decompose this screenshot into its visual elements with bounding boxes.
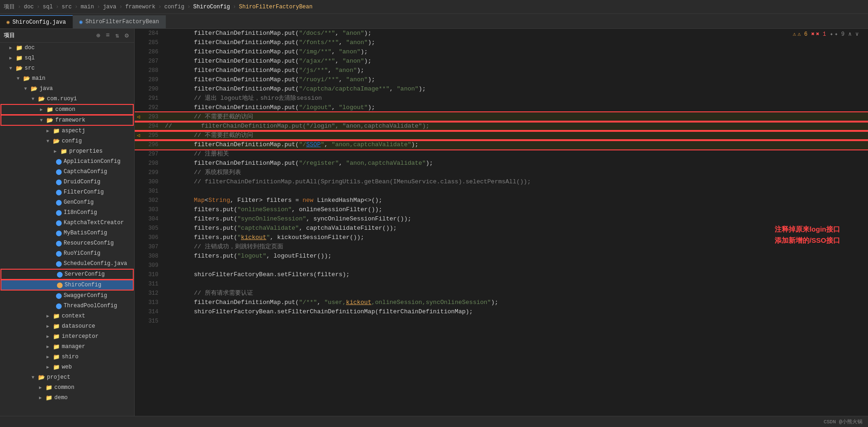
tree-item-druidconfig[interactable]: ⬤ DruidConfig [0,177,134,187]
editor-badges: ⚠ ⚠ 6 ✖ ✖ 1 ✦ ✦ 9 ∧ ∨ [793,31,859,38]
tree-item-common2[interactable]: ▶ 📁 common [0,382,134,393]
tree-item-project[interactable]: ▼ 📂 project [0,372,134,382]
tree-item-datasource[interactable]: ▶ 📁 datasource [0,321,134,331]
tree-label-filterconfig: FilterConfig [64,189,104,195]
breadcrumb-main[interactable]: main [81,4,94,10]
tree-item-context[interactable]: ▶ 📁 context [0,311,134,321]
tree-item-ruoyiconfig[interactable]: ⬤ RuoYiConfig [0,248,134,259]
folder-icon: 📁 [46,384,52,391]
tree-item-serverconfig[interactable]: ⬤ ServerConfig [1,269,133,279]
tree-label-i18nconfig: I18nConfig [64,209,97,216]
sidebar-action-collapse[interactable]: ≡ [104,31,111,40]
linecontent-284[interactable]: filterChainDefinitionMap.put("/docs/**",… [163,29,868,38]
tree-label-druidconfig: DruidConfig [64,179,100,185]
tree-label-aspectj: aspectj [62,128,85,134]
breadcrumb-src[interactable]: src [62,4,72,10]
sidebar-action-expand[interactable]: ⊕ [94,31,102,40]
tree-item-web[interactable]: ▶ 📁 web [0,362,134,372]
folder-icon: 📁 [53,364,60,371]
tree-item-interceptor[interactable]: ▶ 📁 interceptor [0,331,134,342]
tree-item-src[interactable]: ▼ 📂 src [0,63,134,73]
code-line-302: 302 Map<String, Filter> filters = new Li… [135,196,868,205]
sidebar-actions: ⊕ ≡ ⇅ ⚙ [94,31,131,40]
folder-open-icon: 📂 [46,117,53,124]
breadcrumb-config[interactable]: config [164,4,184,10]
tree-item-resourcesconfig[interactable]: ⬤ ResourcesConfig [0,238,134,248]
tree-item-i18nconfig[interactable]: ⬤ I18nConfig [0,207,134,218]
tree-label-sql: sql [25,55,35,61]
tree-item-captchaconfig[interactable]: ⬤ CaptchaConfig [0,167,134,177]
tree-item-doc[interactable]: ▶ 📁 doc [0,43,134,53]
java-file-icon: ⬤ [56,303,62,310]
code-line-303: 303 filters.put("onlineSession", onlineS… [135,205,868,214]
breadcrumb-java[interactable]: java [103,4,117,10]
tree-label-shiro: shiro [62,354,78,360]
breadcrumb-sql[interactable]: sql [43,4,53,10]
tree-label-kaptcha: KaptchaTextCreator [64,220,124,226]
hint-badge: ✦ ✦ 9 [830,31,845,38]
breadcrumb-framework[interactable]: framework [125,4,156,10]
tree-item-threadpoolconfig[interactable]: ⬤ ThreadPoolConfig [0,301,134,311]
tree-item-framework[interactable]: ▼ 📂 framework [1,115,133,125]
sidebar-action-settings[interactable]: ⚙ [123,31,131,40]
tree-item-com-ruoyi[interactable]: ▼ 📂 com.ruoyi [0,94,134,104]
breadcrumb-project[interactable]: 项目 [4,3,15,11]
tree-item-aspectj[interactable]: ▶ 📁 aspectj [0,126,134,136]
warning-count: ⚠ 6 [797,31,808,38]
code-line-289: 289 filterChainDefinitionMap.put("/ruoyi… [135,75,868,84]
tab-other[interactable]: ◉ ShiroFilterFactoryBean [73,15,166,28]
tree-item-demo[interactable]: ▶ 📁 demo [0,393,134,403]
shiro-file-icon: ⬤ [57,282,63,289]
tree-item-manager[interactable]: ▶ 📁 manager [0,342,134,352]
tree-label-java: java [39,85,53,92]
tree-item-mybatisconfig[interactable]: ⬤ MyBatisConfig [0,228,134,238]
tab-shiro-config[interactable]: ◉ ShiroConfig.java [0,15,73,28]
folder-open-icon: 📂 [23,75,30,82]
tree-label-com-ruoyi: com.ruoyi [47,96,77,102]
code-line-304: 304 filters.put("syncOnlineSession", syn… [135,214,868,224]
hint-count: ✦ 9 [835,31,845,38]
breadcrumb-doc[interactable]: doc [24,4,34,10]
hint-icon: ✦ [830,31,833,38]
annotation-box: 注释掉原来login接口 添加新增的/SSO接口 [775,224,840,246]
tab-bar: ◉ ShiroConfig.java ◉ ShiroFilterFactoryB… [0,14,868,29]
java-file-icon: ⬤ [56,250,62,257]
tree-item-common[interactable]: ▶ 📁 common [1,104,133,115]
code-line-298: 298 filterChainDefinitionMap.put("/regis… [135,159,868,168]
tree-label-src: src [25,65,35,71]
java-file-icon: ⬤ [56,220,62,226]
folder-icon: 📁 [53,128,60,135]
scroll-arrows-down[interactable]: ∨ [855,31,859,38]
tree-label-datasource: datasource [62,323,95,330]
sidebar-action-sort[interactable]: ⇅ [113,31,121,40]
tree-item-properties[interactable]: ▶ 📁 properties [0,146,134,156]
breadcrumb-method[interactable]: ShiroFilterFactoryBean [239,4,313,10]
code-line-299: 299 // 系统权限列表 [135,168,868,177]
java-file-icon: ⬤ [56,168,62,175]
folder-open-icon: 📂 [16,65,23,72]
scroll-arrows[interactable]: ∧ [848,31,852,38]
tree-item-filterconfig[interactable]: ⬤ FilterConfig [0,187,134,197]
code-table: 284 filterChainDefinitionMap.put("/docs/… [135,29,868,326]
tree-item-genconfig[interactable]: ⬤ GenConfig [0,197,134,207]
linenum-284: 284 [142,29,163,38]
tree-item-applicationconfig[interactable]: ⬤ ApplicationConfig [0,156,134,167]
tree-item-swaggerconfig[interactable]: ⬤ SwaggerConfig [0,291,134,301]
tree-item-config[interactable]: ▼ 📂 config [0,136,134,146]
tree-item-kaptcha[interactable]: ⬤ KaptchaTextCreator [0,218,134,228]
code-line-314: 314 shiroFilterFactoryBean.setFilterChai… [135,307,868,317]
code-line-300: 300 // filterChainDefinitionMap.putAll(S… [135,177,868,187]
code-line-306: 306 filters.put("kickout", kickoutSessio… [135,233,868,242]
tree-item-shiro[interactable]: ▶ 📁 shiro [0,352,134,362]
tree-label-doc: doc [25,45,35,51]
tree-item-sql[interactable]: ▶ 📁 sql [0,53,134,63]
tree-item-java[interactable]: ▼ 📂 java [0,84,134,94]
breadcrumb-shiroconfig[interactable]: ShiroConfig [193,4,230,10]
tree-item-main[interactable]: ▼ 📂 main [0,73,134,84]
tree-item-scheduleconfig[interactable]: ⬤ ScheduleConfig.java [0,259,134,269]
java-file-icon: ⬤ [56,260,62,267]
tree-label-framework: framework [55,117,85,123]
tree-item-shiroconfig[interactable]: ⬤ ShiroConfig [1,280,133,290]
java-file-icon: ⬤ [56,292,62,299]
code-editor[interactable]: ⚠ ⚠ 6 ✖ ✖ 1 ✦ ✦ 9 ∧ ∨ [135,29,868,416]
